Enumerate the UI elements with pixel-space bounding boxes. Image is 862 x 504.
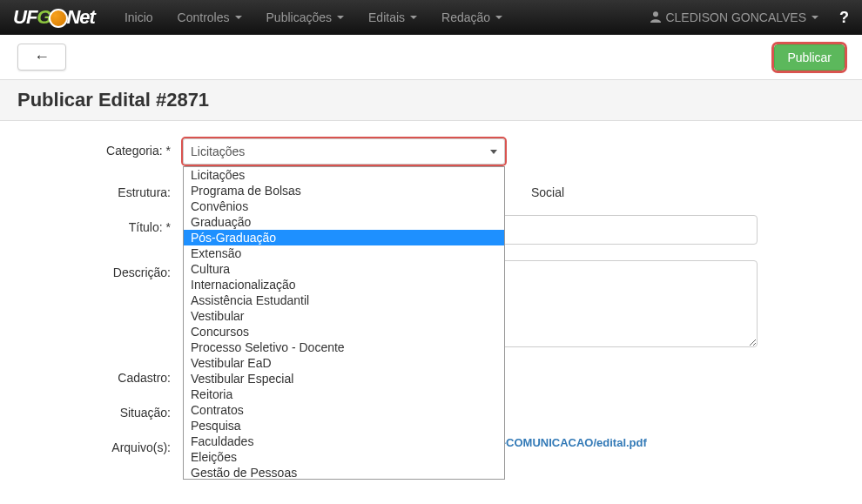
- nav-publicacoes[interactable]: Publicações: [254, 2, 357, 33]
- categoria-option[interactable]: Vestibular EaD: [184, 355, 504, 371]
- categoria-option[interactable]: Graduação: [184, 214, 504, 230]
- caret-icon: [410, 16, 417, 19]
- categoria-option[interactable]: Internacionalização: [184, 277, 504, 292]
- nav-redacao-label: Redação: [441, 10, 490, 24]
- caret-icon: [811, 16, 818, 19]
- categoria-option[interactable]: Vestibular Especial: [184, 371, 504, 386]
- nav-inicio[interactable]: Inicio: [112, 2, 165, 33]
- categoria-option[interactable]: Vestibular: [184, 308, 504, 324]
- form-area: Categoria: * Licitações LicitaçõesProgra…: [0, 121, 862, 487]
- categoria-option[interactable]: Reitoria: [184, 386, 504, 402]
- categoria-option[interactable]: Programa de Bolsas: [184, 183, 504, 198]
- categoria-label: Categoria: *: [17, 138, 183, 158]
- page-title: Publicar Edital #2871: [17, 89, 845, 111]
- publish-button[interactable]: Publicar: [774, 44, 845, 71]
- svg-point-0: [653, 11, 658, 17]
- nav-editais[interactable]: Editais: [356, 2, 429, 33]
- categoria-selected-value: Licitações: [191, 144, 245, 158]
- categoria-option[interactable]: Extensão: [184, 245, 504, 261]
- categoria-option[interactable]: Faculdades: [184, 433, 504, 449]
- nav-publicacoes-label: Publicações: [266, 10, 333, 24]
- nav-inicio-label: Inicio: [125, 10, 153, 24]
- nav-controles[interactable]: Controles: [165, 2, 254, 33]
- categoria-dropdown[interactable]: LicitaçõesPrograma de BolsasConvêniosGra…: [183, 166, 505, 480]
- categoria-option[interactable]: Pesquisa: [184, 418, 504, 433]
- nav-controles-label: Controles: [178, 10, 230, 24]
- chevron-down-icon: [490, 150, 497, 154]
- logo[interactable]: UFGNet: [13, 6, 95, 29]
- caret-icon: [337, 16, 344, 19]
- categoria-option[interactable]: Pós-Graduação: [184, 230, 504, 245]
- toolbar: ← Publicar: [0, 35, 862, 79]
- categoria-option[interactable]: Assistência Estudantil: [184, 292, 504, 308]
- user-icon: [650, 10, 662, 25]
- logo-text-1: UF: [13, 6, 37, 28]
- help-icon[interactable]: ?: [839, 9, 849, 27]
- categoria-option[interactable]: Convênios: [184, 198, 504, 214]
- categoria-option[interactable]: Licitações: [184, 167, 504, 183]
- categoria-option[interactable]: Eleições: [184, 449, 504, 465]
- nav-editais-label: Editais: [368, 10, 405, 24]
- titulo-label: Título: *: [17, 215, 183, 234]
- nav-redacao[interactable]: Redação: [429, 2, 515, 33]
- estrutura-label: Estrutura:: [17, 180, 183, 199]
- nav-user[interactable]: CLEDISON GONCALVES: [637, 2, 831, 34]
- top-navbar: UFGNet Inicio Controles Publicações Edit…: [0, 0, 862, 35]
- categoria-option[interactable]: Contratos: [184, 402, 504, 418]
- nav-user-label: CLEDISON GONCALVES: [665, 10, 806, 24]
- caret-icon: [235, 16, 242, 19]
- categoria-select[interactable]: Licitações: [183, 138, 505, 165]
- caret-icon: [495, 16, 502, 19]
- page-header: Publicar Edital #2871: [0, 79, 862, 121]
- cadastro-label: Cadastro:: [17, 366, 183, 385]
- arquivos-label: Arquivo(s):: [17, 435, 183, 454]
- categoria-option[interactable]: Cultura: [184, 261, 504, 277]
- back-button[interactable]: ←: [17, 44, 66, 71]
- descricao-label: Descrição:: [17, 260, 183, 279]
- categoria-option[interactable]: Gestão de Pessoas: [184, 465, 504, 480]
- categoria-option[interactable]: Processo Seletivo - Docente: [184, 339, 504, 355]
- logo-text-3: Net: [66, 6, 94, 28]
- situacao-label: Situação:: [17, 400, 183, 420]
- categoria-option[interactable]: Concursos: [184, 324, 504, 339]
